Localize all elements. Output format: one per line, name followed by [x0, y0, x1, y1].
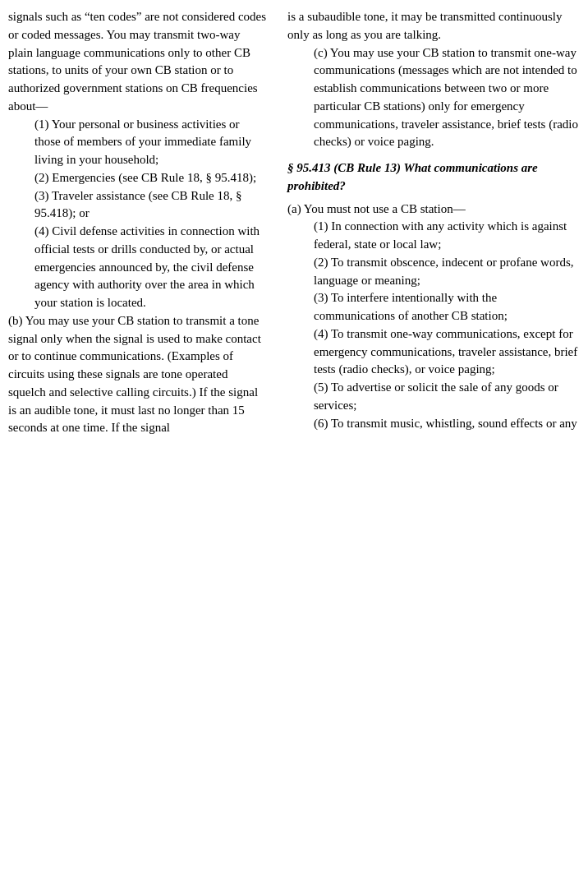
right-para-10: (6) To transmit music, whistling, sound … — [287, 415, 580, 433]
right-para-8: (4) To transmit one-way communications, … — [287, 325, 580, 379]
left-para-1: signals such as “ten codes” are not cons… — [8, 8, 268, 116]
left-column: signals such as “ten codes” are not cons… — [0, 8, 278, 437]
right-para-1: is a subaudible tone, it may be transmit… — [287, 8, 580, 44]
left-para-4: (3) Traveler assistance (see CB Rule 18,… — [8, 187, 268, 224]
right-para-7: (3) To interfere intentionally with the … — [287, 289, 580, 325]
right-column: is a subaudible tone, it may be transmit… — [278, 8, 588, 432]
right-para-4: (a) You must not use a CB station— — [287, 201, 580, 219]
left-para-3: (2) Emergencies (see CB Rule 18, § 95.41… — [8, 169, 268, 187]
right-para-5: (1) In connection with any activity whic… — [287, 218, 580, 254]
right-para-9: (5) To advertise or solicit the sale of … — [287, 379, 580, 415]
right-para-2: (c) You may use your CB station to trans… — [287, 44, 580, 152]
right-para-6: (2) To transmit obscence, indecent or pr… — [287, 254, 580, 290]
left-para-2: (1) Your personal or business activities… — [8, 116, 268, 169]
left-para-6: (b) You may use your CB station to trans… — [8, 312, 268, 437]
page: signals such as “ten codes” are not cons… — [0, 0, 588, 445]
left-para-5: (4) Civil defense activities in connecti… — [8, 223, 268, 312]
two-column-layout: signals such as “ten codes” are not cons… — [0, 8, 588, 437]
section-heading: § 95.413 (CB Rule 13) What communication… — [287, 159, 580, 196]
